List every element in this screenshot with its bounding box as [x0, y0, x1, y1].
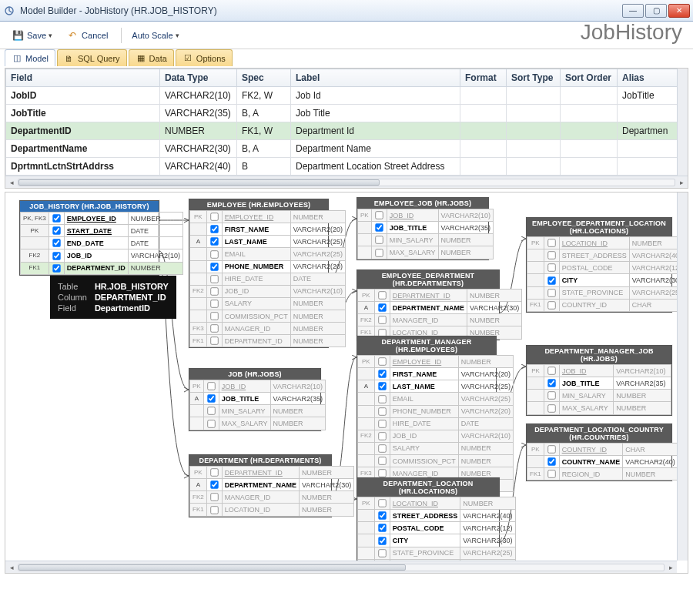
- entity-checkbox-cell[interactable]: [544, 274, 559, 286]
- cell-format[interactable]: [460, 122, 507, 140]
- column-checkbox[interactable]: [378, 512, 386, 520]
- tab-model[interactable]: ◫ Model: [5, 49, 55, 66]
- cell-format[interactable]: [460, 140, 507, 158]
- entity-checkbox-cell[interactable]: [206, 223, 222, 236]
- column-checkbox[interactable]: [52, 239, 60, 247]
- entity-checkbox-cell[interactable]: [374, 442, 390, 454]
- cell-sorttype[interactable]: [507, 158, 561, 176]
- tab-sql-query[interactable]: 🗎 SQL Query: [57, 49, 127, 66]
- entity-dept_mgr_job[interactable]: DEPARTMENT_MANAGER_JOB (HR.JOBS)PKJOB_ID…: [526, 345, 672, 416]
- entity-row[interactable]: AJOB_TITLEVARCHAR2(35): [190, 393, 326, 405]
- entity-row[interactable]: STREET_ADDRESSVARCHAR2(40): [358, 510, 516, 522]
- entity-checkbox-cell[interactable]: [544, 444, 559, 456]
- column-checkbox[interactable]: [547, 392, 555, 400]
- entity-row[interactable]: FK1COUNTRY_IDCHAR: [527, 299, 685, 311]
- entity-header[interactable]: DEPARTMENT (HR.DEPARTMENTS): [189, 455, 331, 466]
- entity-row[interactable]: FK2JOB_IDVARCHAR2(10): [21, 249, 183, 262]
- entity-row[interactable]: POSTAL_CODEVARCHAR2(12): [358, 522, 516, 534]
- column-checkbox[interactable]: [210, 300, 218, 307]
- column-checkbox[interactable]: [547, 367, 555, 374]
- entity-checkbox-cell[interactable]: [371, 246, 387, 259]
- entity-row[interactable]: PKLOCATION_IDNUMBER: [358, 497, 516, 510]
- cell-field[interactable]: JobTitle: [6, 105, 160, 122]
- canvas-scrollbar-vertical[interactable]: [677, 192, 688, 561]
- tab-options[interactable]: ☑ Options: [176, 49, 233, 66]
- cell-spec[interactable]: B: [237, 158, 291, 176]
- column-checkbox[interactable]: [375, 249, 383, 256]
- entity-checkbox-cell[interactable]: [544, 377, 560, 390]
- entity-row[interactable]: FK2MANAGER_IDNUMBER: [190, 491, 354, 504]
- cell-sorttype[interactable]: [507, 87, 561, 105]
- entity-checkbox-cell[interactable]: [544, 390, 560, 402]
- column-checkbox[interactable]: [210, 250, 218, 258]
- column-checkbox[interactable]: [547, 276, 555, 284]
- entity-row[interactable]: MAX_SALARYNUMBER: [190, 417, 326, 430]
- entity-job[interactable]: JOB (HR.JOBS)PKJOB_IDVARCHAR2(10)AJOB_TI…: [189, 368, 321, 431]
- column-checkbox[interactable]: [378, 383, 386, 390]
- cell-sortorder[interactable]: [561, 87, 618, 105]
- entity-checkbox-cell[interactable]: [206, 335, 222, 347]
- entity-row[interactable]: PKEMPLOYEE_IDNUMBER: [190, 211, 346, 223]
- column-checkbox[interactable]: [547, 252, 555, 259]
- entity-checkbox-cell[interactable]: [374, 290, 390, 302]
- column-checkbox[interactable]: [378, 370, 386, 378]
- entity-checkbox-cell[interactable]: [544, 468, 559, 480]
- entity-checkbox-cell[interactable]: [206, 310, 222, 323]
- entity-row[interactable]: ADEPARTMENT_NAMEVARCHAR2(30): [190, 479, 354, 491]
- entity-checkbox-cell[interactable]: [374, 356, 390, 368]
- entity-row[interactable]: PKJOB_IDVARCHAR2(10): [527, 365, 671, 377]
- entity-row[interactable]: COMMISSION_PCTNUMBER: [358, 455, 514, 467]
- entity-checkbox-cell[interactable]: [206, 297, 222, 310]
- entity-row[interactable]: POSTAL_CODEVARCHAR2(12): [527, 262, 685, 274]
- entity-row[interactable]: FIRST_NAMEVARCHAR2(20): [190, 223, 346, 236]
- entity-checkbox-cell[interactable]: [206, 273, 222, 285]
- entity-row[interactable]: EMAILVARCHAR2(25): [358, 393, 514, 405]
- column-checkbox[interactable]: [378, 537, 386, 544]
- entity-checkbox-cell[interactable]: [544, 456, 559, 468]
- entity-dept_location[interactable]: DEPARTMENT_LOCATION (HR.LOCATIONS)PKLOCA…: [357, 477, 500, 573]
- entity-dept_loc_country[interactable]: DEPARTMENT_LOCATION_COUNTRY (HR.COUNTRIE…: [526, 424, 672, 481]
- column-checkbox[interactable]: [207, 395, 215, 403]
- entity-checkbox-cell[interactable]: [206, 260, 222, 273]
- entity-checkbox-cell[interactable]: [203, 405, 219, 417]
- entity-checkbox-cell[interactable]: [374, 314, 390, 326]
- column-checkbox[interactable]: [378, 499, 386, 507]
- table-row[interactable]: JobTitleVARCHAR2(35)B, AJob Title: [6, 105, 688, 122]
- cell-spec[interactable]: B, A: [237, 140, 291, 158]
- entity-emp_dept_loc[interactable]: EMPLOYEE_DEPARTMENT_LOCATION (HR.LOCATIO…: [526, 217, 672, 313]
- entity-job_history[interactable]: JOB_HISTORY (HR.JOB_HISTORY)PK, FK3EMPLO…: [19, 200, 159, 276]
- table-row[interactable]: JobIDVARCHAR2(10)FK2, WJob IdJobTitle: [6, 87, 688, 105]
- entity-checkbox-cell[interactable]: [374, 534, 390, 547]
- entity-employee_job[interactable]: EMPLOYEE_JOB (HR.JOBS)PKJOB_IDVARCHAR2(1…: [357, 197, 489, 260]
- entity-header[interactable]: EMPLOYEE_JOB (HR.JOBS): [357, 198, 488, 209]
- col-sorttype[interactable]: Sort Type: [507, 69, 561, 87]
- entity-dept[interactable]: DEPARTMENT (HR.DEPARTMENTS)PKDEPARTMENT_…: [189, 454, 332, 517]
- entity-row[interactable]: ADEPARTMENT_NAMEVARCHAR2(30): [358, 302, 522, 314]
- cell-format[interactable]: [460, 87, 507, 105]
- entity-row[interactable]: PKDEPARTMENT_IDNUMBER: [190, 467, 354, 479]
- column-checkbox[interactable]: [378, 524, 386, 532]
- entity-header[interactable]: EMPLOYEE_DEPARTMENT_LOCATION (HR.LOCATIO…: [527, 218, 671, 236]
- cell-sorttype[interactable]: [507, 140, 561, 158]
- cancel-button[interactable]: ↶ Cancel: [61, 26, 113, 45]
- entity-employee_dept[interactable]: EMPLOYEE_DEPARTMENT (HR.DEPARTMENTS)PKDE…: [357, 270, 500, 340]
- window-close-button[interactable]: ✕: [668, 4, 690, 18]
- cell-label[interactable]: Job Title: [291, 105, 460, 122]
- grid-scrollbar-vertical[interactable]: [677, 69, 688, 176]
- autoscale-button[interactable]: Auto Scale ▾: [126, 28, 184, 43]
- cell-sortorder[interactable]: [561, 122, 618, 140]
- entity-checkbox-cell[interactable]: [49, 249, 64, 262]
- entity-checkbox-cell[interactable]: [374, 405, 390, 417]
- entity-row[interactable]: PKDEPARTMENT_IDNUMBER: [358, 290, 522, 302]
- entity-checkbox-cell[interactable]: [544, 262, 559, 274]
- cell-field[interactable]: DepartmentName: [6, 140, 160, 158]
- entity-row[interactable]: COMMISSION_PCTNUMBER: [190, 310, 346, 323]
- window-minimize-button[interactable]: —: [622, 4, 644, 18]
- entity-header[interactable]: DEPARTMENT_LOCATION_COUNTRY (HR.COUNTRIE…: [527, 424, 671, 443]
- column-checkbox[interactable]: [547, 301, 555, 309]
- entity-checkbox-cell[interactable]: [371, 234, 387, 246]
- column-checkbox[interactable]: [378, 444, 386, 452]
- entity-row[interactable]: PKSTART_DATEDATE: [21, 225, 183, 237]
- column-checkbox[interactable]: [52, 264, 60, 272]
- column-checkbox[interactable]: [378, 470, 386, 477]
